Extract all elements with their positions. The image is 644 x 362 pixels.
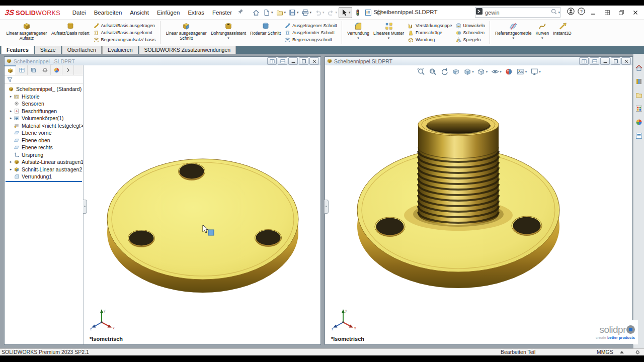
menu-extras[interactable]: Extras [184, 8, 208, 18]
view-settings-button[interactable]: ▾ [529, 67, 541, 76]
search-input[interactable] [483, 10, 550, 16]
doc-close-button[interactable] [621, 57, 631, 65]
menu-fenster[interactable]: Fenster [208, 8, 236, 18]
tree-item-historie[interactable]: ▸Historie [5, 93, 83, 101]
ribbon-button-kurven[interactable]: Kurven▾ [533, 21, 551, 45]
save-button[interactable]: ▾ [287, 8, 300, 18]
ribbon-button-aufsatz-basis-rotiert[interactable]: Aufsatz/Basis rotiert [49, 21, 92, 45]
section-view-button[interactable] [451, 67, 460, 76]
fm-tab-configurationmanager-tab[interactable] [28, 65, 39, 75]
menu-datei[interactable]: Datei [68, 8, 90, 18]
undo-button[interactable]: ▾ [313, 8, 326, 18]
ribbon-button-ausgeformter-schnitt[interactable]: Ausgeformter Schnitt [284, 29, 337, 36]
menu-bearbeiten[interactable]: Bearbeiten [90, 8, 126, 18]
minimize-button[interactable] [587, 8, 600, 18]
view-orientation-button[interactable]: ▾ [462, 67, 474, 76]
dropdown-caret-icon[interactable]: ▾ [512, 37, 514, 40]
dropdown-caret-icon[interactable]: ▾ [323, 11, 325, 15]
pin-menu-icon[interactable] [237, 8, 244, 17]
tree-item-ebene-vorne[interactable]: Ebene vorne [5, 129, 83, 137]
edit-appearance-button[interactable] [504, 67, 514, 76]
ribbon-button-verrundung[interactable]: Verrundung▾ [345, 21, 371, 45]
menu-ansicht[interactable]: Ansicht [126, 8, 153, 18]
tree-item-volumenkörper-1[interactable]: ▸Volumenkörper(1) [5, 115, 83, 122]
dropdown-caret-icon[interactable]: ▾ [227, 37, 229, 40]
ribbon-button-aufsatz-basis-ausgetragen[interactable]: Aufsatz/Basis ausgetragen [93, 22, 156, 29]
ribbon-button-begrenzungsschnitt[interactable]: Begrenzungsschnitt [284, 36, 337, 43]
tree-item-verrundung1[interactable]: Verrundung1 [5, 173, 83, 180]
restore-button[interactable] [615, 8, 628, 18]
ribbon-button-lineares-muster[interactable]: Lineares Muster▾ [371, 21, 406, 45]
print-button[interactable]: ▾ [300, 8, 313, 18]
tree-item-material-nicht-festgelegt[interactable]: Material <nicht festgelegt> [5, 122, 83, 130]
dropdown-caret-icon[interactable]: ▾ [388, 37, 390, 40]
ribbon-button-verstärkungsrippe[interactable]: Verstärkungsrippe [408, 22, 452, 29]
fm-tab-dimxpertmanager-tab[interactable] [39, 65, 51, 75]
search-caret-icon[interactable]: ▾ [558, 11, 560, 15]
ribbon-button-aufsatz-basis-ausgeformt[interactable]: Aufsatz/Basis ausgeformt [93, 29, 156, 36]
graphics-area-right[interactable]: ▾▾▾▾▾ y x z *Isometrisch [325, 65, 632, 344]
hide-show-items-button[interactable]: ▾ [490, 67, 502, 76]
status-units-selector[interactable]: MMGS [597, 349, 613, 355]
rollback-bar[interactable] [6, 181, 82, 182]
ribbon-button-instant3d[interactable]: Instant3D [551, 21, 573, 45]
tree-item-sensoren[interactable]: Sensoren [5, 100, 83, 108]
ribbon-button-linear-ausgetragener-aufsatz[interactable]: Linear ausgetragener Aufsatz [4, 21, 49, 45]
doc-split-vertical-button[interactable] [267, 57, 277, 65]
layout-grid-button[interactable] [601, 8, 614, 18]
dropdown-caret-icon[interactable]: ▾ [486, 70, 488, 74]
ribbon-button-schneiden[interactable]: Schneiden [455, 29, 486, 36]
view-palette-button[interactable] [635, 105, 643, 115]
dropdown-caret-icon[interactable]: ▾ [310, 11, 312, 15]
close-button[interactable] [629, 8, 642, 18]
dropdown-caret-icon[interactable]: ▾ [472, 70, 474, 74]
ribbon-button-bohrungsassistent[interactable]: Bohrungsassistent▾ [209, 21, 248, 45]
expand-arrow-icon[interactable]: ▸ [8, 109, 14, 113]
search-scope-icon[interactable] [475, 8, 483, 17]
fm-tab-expand-tabs[interactable] [62, 65, 74, 75]
ribbon-button-referenzgeometrie[interactable]: Referenzgeometrie▾ [493, 21, 533, 45]
help-icon[interactable]: ? [577, 7, 586, 18]
tree-item-beschriftungen[interactable]: ▸ABeschriftungen [5, 108, 83, 115]
doc-maximize-button[interactable] [299, 57, 308, 65]
open-button[interactable]: ▾ [275, 8, 287, 18]
dropdown-caret-icon[interactable]: ▾ [500, 70, 502, 74]
fm-tab-displaymanager-tab[interactable] [51, 65, 62, 75]
ribbon-button-wandung[interactable]: Wandung [408, 36, 452, 43]
panel-splitter-handle[interactable] [83, 200, 87, 214]
tree-root-item[interactable]: Scheibennippel_ (Standard) <<Standar [5, 85, 83, 93]
status-units-caret-icon[interactable] [620, 351, 624, 353]
menu-einfügen[interactable]: Einfügen [153, 8, 184, 18]
doc-minimize-button[interactable] [600, 57, 610, 65]
expand-arrow-icon[interactable]: ▸ [8, 95, 14, 99]
file-explorer-button[interactable] [635, 91, 643, 101]
tab-evaluieren[interactable]: Evaluieren [102, 46, 138, 54]
tab-solidworks-zusatzanwendungen[interactable]: SOLIDWORKS Zusatzanwendungen [139, 46, 236, 54]
previous-view-button[interactable] [439, 67, 449, 76]
dropdown-caret-icon[interactable]: ▾ [357, 37, 359, 40]
ribbon-button-rotierter-schnitt[interactable]: Rotierter Schnitt [248, 21, 283, 45]
expand-arrow-icon[interactable]: ▸ [8, 160, 14, 164]
fm-tab-propertymanager-tab[interactable] [16, 65, 28, 75]
apply-scene-button[interactable]: ▾ [516, 67, 528, 76]
design-library-button[interactable] [635, 77, 643, 87]
tree-item-schnitt-linear-austragen2[interactable]: ▸Schnitt-Linear austragen2 [5, 166, 83, 173]
graphics-area-left[interactable]: y x z *Isometrisch [84, 65, 320, 344]
feature-manager-filter-row[interactable] [5, 75, 83, 84]
doc-split-horizontal-button[interactable] [278, 57, 287, 65]
doc-split-horizontal-button[interactable] [590, 57, 599, 65]
fm-tab-featuremanager-tab[interactable] [5, 65, 16, 75]
ribbon-button-ausgetragener-schnitt[interactable]: Ausgetragener Schnitt [284, 22, 337, 29]
account-icon[interactable] [567, 7, 575, 18]
magnifier-icon[interactable] [550, 8, 557, 17]
tree-item-ebene-oben[interactable]: Ebene oben [5, 137, 83, 144]
doc-split-vertical-button[interactable] [579, 57, 589, 65]
new-document-button[interactable]: ▾ [262, 8, 274, 18]
appearances-scenes-button[interactable] [635, 118, 643, 128]
doc-minimize-button[interactable] [288, 57, 298, 65]
expand-arrow-icon[interactable]: ▸ [8, 167, 14, 171]
tab-skizze[interactable]: Skizze [35, 46, 61, 54]
ribbon-button-spiegeln[interactable]: Spiegeln [455, 36, 486, 43]
dropdown-caret-icon[interactable]: ▾ [284, 11, 286, 15]
home-button[interactable] [251, 8, 261, 18]
